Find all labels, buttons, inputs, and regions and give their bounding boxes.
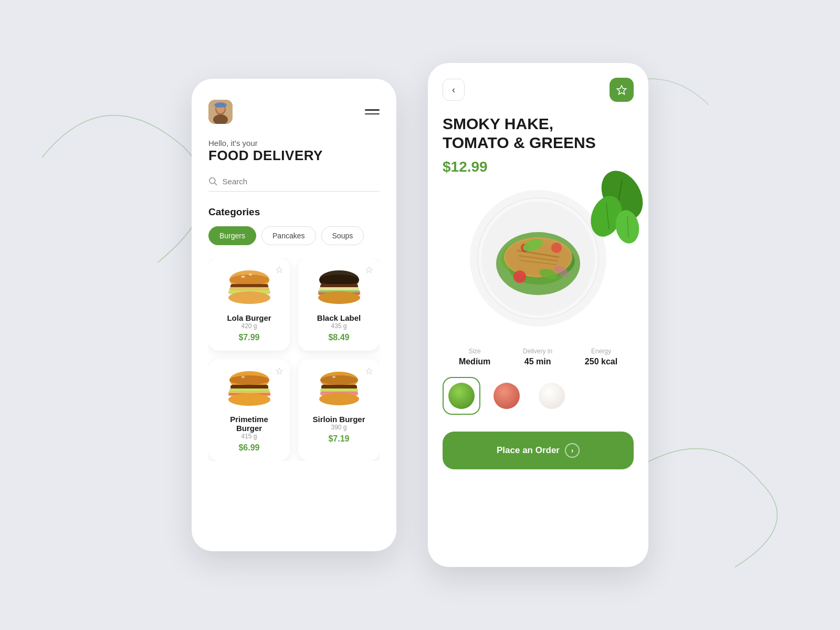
dish-title-line1: SMOKY HAKE, xyxy=(443,115,553,132)
greeting: Hello, it's your FOOD DELIVERY xyxy=(208,139,380,164)
burger-svg-lola xyxy=(223,268,276,306)
food-weight-primetime: 415 g xyxy=(241,433,257,440)
search-icon xyxy=(208,176,217,186)
food-image-sirloin xyxy=(310,368,368,410)
delivery-value: 45 min xyxy=(523,357,552,366)
svg-point-21 xyxy=(318,291,360,304)
avatar-image xyxy=(208,100,233,124)
menu-button[interactable] xyxy=(365,109,380,114)
energy-value: 250 kcal xyxy=(585,357,617,366)
dish-title: SMOKY HAKE, TOMATO & GREENS xyxy=(443,114,634,152)
favorite-button[interactable] xyxy=(610,78,634,102)
leaf-decoration xyxy=(575,169,643,255)
leaves-svg xyxy=(575,169,643,253)
favorite-button-primetime[interactable]: ☆ xyxy=(275,365,284,377)
food-name-blacklabel: Black Label xyxy=(317,313,361,322)
right-header: ‹ xyxy=(428,63,648,102)
favorite-button-sirloin[interactable]: ☆ xyxy=(365,365,373,377)
svg-point-14 xyxy=(228,291,270,304)
food-weight-lola: 420 g xyxy=(241,322,257,330)
delivery-label: Delivery in xyxy=(523,348,552,355)
food-price-lola: $7.99 xyxy=(238,333,259,342)
tab-pancakes[interactable]: Pancakes xyxy=(261,226,316,245)
back-button[interactable]: ‹ xyxy=(443,79,465,101)
food-weight-sirloin: 390 g xyxy=(331,424,346,431)
food-image-primetime xyxy=(220,368,278,410)
info-size: Size Medium xyxy=(459,348,490,366)
left-header xyxy=(208,100,380,124)
food-image-lola xyxy=(220,266,278,308)
food-card-sirloin[interactable]: ☆ Sirloin Burger 390 g $7.19 xyxy=(298,359,380,461)
food-name-primetime: Primetime Burger xyxy=(217,415,281,433)
svg-point-32 xyxy=(332,376,335,378)
food-card-lola[interactable]: ☆ Lola Bu xyxy=(208,258,290,351)
order-button-label: Place an Order xyxy=(497,445,560,456)
info-energy: Energy 250 kcal xyxy=(585,348,617,366)
tab-soups[interactable]: Soups xyxy=(321,226,364,245)
right-phone: ‹ SMOKY HAKE, TOMATO & GREENS $12.99 xyxy=(428,63,648,567)
sauce-item-white[interactable] xyxy=(533,377,571,415)
categories-tabs: Burgers Pancakes Soups xyxy=(208,226,380,245)
favorite-button-lola[interactable]: ☆ xyxy=(275,264,284,276)
food-price-primetime: $6.99 xyxy=(238,443,259,453)
sauce-white xyxy=(539,383,565,409)
svg-point-4 xyxy=(214,102,227,108)
info-delivery: Delivery in 45 min xyxy=(523,348,552,366)
svg-marker-37 xyxy=(617,86,626,94)
sauce-item-red[interactable] xyxy=(488,377,526,415)
dish-title-line2: TOMATO & GREENS xyxy=(443,134,596,151)
food-name-lola: Lola Burger xyxy=(227,313,271,322)
size-label: Size xyxy=(459,348,490,355)
greeting-subtitle: Hello, it's your xyxy=(208,139,380,148)
avatar xyxy=(208,100,233,124)
svg-point-5 xyxy=(209,178,215,184)
dish-details: SMOKY HAKE, TOMATO & GREENS $12.99 xyxy=(428,102,648,180)
energy-label: Energy xyxy=(585,348,617,355)
tab-burgers[interactable]: Burgers xyxy=(208,226,256,245)
size-value: Medium xyxy=(459,357,490,366)
food-weight-blacklabel: 435 g xyxy=(331,322,346,330)
svg-point-36 xyxy=(319,393,359,405)
sauce-item-green[interactable] xyxy=(443,377,480,415)
order-arrow-icon: › xyxy=(565,443,580,458)
svg-point-29 xyxy=(228,393,270,406)
place-order-button[interactable]: Place an Order › xyxy=(443,432,634,469)
favorite-button-blacklabel[interactable]: ☆ xyxy=(365,264,373,276)
search-input[interactable] xyxy=(223,177,380,186)
dish-image-area xyxy=(428,180,648,337)
svg-line-6 xyxy=(215,183,217,185)
svg-point-16 xyxy=(319,275,359,285)
svg-point-10 xyxy=(249,274,252,276)
sauce-red xyxy=(494,383,520,409)
food-name-sirloin: Sirloin Burger xyxy=(312,415,365,424)
svg-point-55 xyxy=(513,270,526,283)
svg-rect-34 xyxy=(320,388,358,392)
svg-point-23 xyxy=(229,375,269,385)
sauce-selector xyxy=(428,377,648,425)
svg-point-9 xyxy=(241,276,245,278)
sauce-green xyxy=(448,383,475,409)
burger-svg-sirloin xyxy=(313,370,365,407)
greeting-title: FOOD DELIVERY xyxy=(208,148,380,164)
svg-point-24 xyxy=(242,376,245,378)
star-icon xyxy=(616,85,627,95)
food-price-blacklabel: $8.49 xyxy=(328,333,349,342)
food-card-primetime[interactable]: ☆ Primetime Burger 415 g $6.99 xyxy=(208,359,290,461)
burger-svg-blacklabel xyxy=(313,268,365,306)
burger-svg-primetime xyxy=(223,370,276,407)
left-phone: Hello, it's your FOOD DELIVERY Categorie… xyxy=(192,79,396,551)
svg-point-56 xyxy=(551,243,562,253)
svg-point-31 xyxy=(320,375,358,385)
food-price-sirloin: $7.19 xyxy=(328,434,349,444)
food-grid: ☆ Lola Bu xyxy=(208,258,380,461)
svg-point-8 xyxy=(229,275,269,285)
search-bar[interactable] xyxy=(208,176,380,192)
categories-label: Categories xyxy=(208,206,380,218)
dish-info-row: Size Medium Delivery in 45 min Energy 25… xyxy=(428,337,648,377)
food-image-blacklabel xyxy=(310,266,368,308)
food-card-blacklabel[interactable]: ☆ Black Label 435 g $8.49 xyxy=(298,258,380,351)
